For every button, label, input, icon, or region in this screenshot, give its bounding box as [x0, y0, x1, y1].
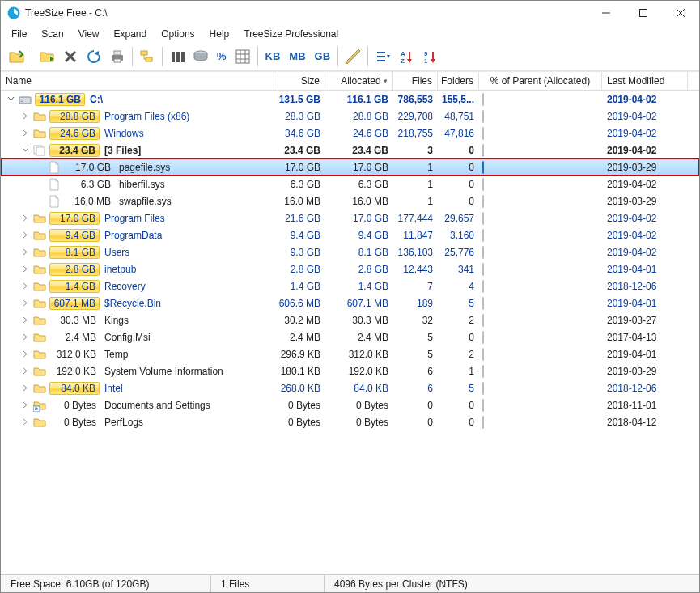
window-controls — [588, 1, 699, 25]
tree-row[interactable]: 8.1 GBUsers9.3 GB8.1 GB136,10325,7767.0 … — [1, 244, 699, 260]
list-options-button[interactable] — [371, 45, 394, 68]
name-cell[interactable]: 116.1 GBC:\ — [1, 91, 278, 108]
expand-toggle[interactable] — [20, 299, 30, 308]
tree-row[interactable]: 2.8 GBinetpub2.8 GB2.8 GB12,4433412.4 %2… — [1, 260, 699, 277]
name-cell[interactable]: 17.0 GBProgram Files — [1, 210, 278, 227]
tree-row[interactable]: 17.0 GBpagefile.sys17.0 GB17.0 GB1014.6 … — [1, 159, 699, 176]
unit-mb-button[interactable]: MB — [285, 45, 309, 68]
col-header-folders[interactable]: Folders — [438, 72, 479, 90]
name-cell[interactable]: 1.4 GBRecovery — [1, 277, 278, 294]
tree-row[interactable]: 9.4 GBProgramData9.4 GB9.4 GB11,8473,160… — [1, 227, 699, 244]
allocated-cell: 0 Bytes — [325, 396, 393, 413]
name-cell[interactable]: 24.6 GBWindows — [1, 125, 278, 142]
tree-row[interactable]: 0 BytesDocuments and Settings0 Bytes0 By… — [1, 396, 699, 413]
item-name: Config.Msi — [104, 332, 151, 343]
sort-az-button[interactable]: AZ — [395, 45, 418, 68]
tree-row[interactable]: 84.0 KBIntel268.0 KB84.0 KB650.0 %2018-1… — [1, 379, 699, 396]
unit-gb-button[interactable]: GB — [311, 45, 335, 68]
size-badge: 24.6 GB — [49, 127, 100, 140]
tree-row[interactable]: 23.4 GB[3 Files]23.4 GB23.4 GB3020.1 %20… — [1, 142, 699, 159]
expand-toggle[interactable] — [20, 333, 30, 342]
folder-tree-button[interactable] — [136, 45, 159, 68]
name-cell[interactable]: 2.8 GBinetpub — [1, 260, 278, 277]
expand-toggle[interactable] — [20, 248, 30, 257]
expand-toggle[interactable] — [20, 146, 30, 155]
expand-toggle[interactable] — [20, 265, 30, 274]
maximize-button[interactable] — [625, 1, 662, 25]
refresh-button[interactable] — [83, 45, 105, 68]
name-cell[interactable]: 16.0 MBswapfile.sys — [1, 193, 278, 210]
ruler-button[interactable] — [342, 45, 364, 68]
name-cell[interactable]: 312.0 KBTemp — [1, 345, 278, 362]
expand-toggle[interactable] — [6, 95, 15, 104]
name-cell[interactable]: 28.8 GBProgram Files (x86) — [1, 108, 278, 125]
sort-91-button[interactable]: 91 — [418, 45, 441, 68]
expand-toggle[interactable] — [20, 349, 30, 359]
tree-row[interactable]: 2.4 MBConfig.Msi2.4 MB2.4 MB500.0 %2017-… — [1, 328, 699, 345]
grid-icon-button[interactable] — [231, 45, 254, 68]
tree-row[interactable]: 1.4 GBRecovery1.4 GB1.4 GB741.2 %2018-12… — [1, 277, 699, 294]
col-header-size[interactable]: Size — [278, 72, 325, 90]
tree-row[interactable]: 16.0 MBswapfile.sys16.0 MB16.0 MB100.0 %… — [1, 193, 699, 210]
name-cell[interactable]: 0 BytesDocuments and Settings — [1, 396, 278, 413]
name-cell[interactable]: 23.4 GB[3 Files] — [1, 142, 278, 159]
expand-toggle[interactable] — [20, 400, 30, 410]
expand-toggle[interactable] — [20, 112, 30, 121]
name-cell[interactable]: 84.0 KBIntel — [1, 379, 278, 396]
expand-toggle[interactable] — [20, 316, 30, 325]
menu-expand[interactable]: Expand — [107, 27, 155, 41]
name-cell[interactable]: 2.4 MBConfig.Msi — [1, 328, 278, 345]
col-header-modified[interactable]: Last Modified — [602, 72, 688, 90]
name-cell[interactable]: 17.0 GBpagefile.sys — [1, 159, 278, 176]
expand-toggle[interactable] — [20, 383, 30, 393]
folder-play-button[interactable] — [36, 45, 58, 68]
size-badge: 16.0 MB — [64, 195, 114, 208]
name-cell[interactable]: 6.3 GBhiberfil.sys — [1, 176, 278, 193]
col-header-pct[interactable]: % of Parent (Allocated) — [479, 72, 602, 90]
open-folder-button[interactable] — [6, 45, 28, 68]
tree-row[interactable]: 30.3 MBKings30.2 MB30.3 MB3220.0 %2019-0… — [1, 311, 699, 328]
tree-row[interactable]: 17.0 GBProgram Files21.6 GB17.0 GB177,44… — [1, 210, 699, 227]
tree-row[interactable]: 312.0 KBTemp296.9 KB312.0 KB520.0 %2019-… — [1, 345, 699, 362]
menu-help[interactable]: Help — [202, 27, 237, 41]
tree-grid[interactable]: 116.1 GBC:\131.5 GB116.1 GB786,553155,5.… — [1, 91, 699, 574]
menu-treesize-pro[interactable]: TreeSize Professional — [236, 27, 346, 41]
name-cell[interactable]: 8.1 GBUsers — [1, 244, 278, 260]
name-cell[interactable]: 192.0 KBSystem Volume Information — [1, 362, 278, 379]
expand-toggle[interactable] — [20, 417, 30, 427]
percent-button[interactable]: % — [213, 45, 231, 68]
tree-row[interactable]: 24.6 GBWindows34.6 GB24.6 GB218,75547,81… — [1, 125, 699, 142]
menu-scan[interactable]: Scan — [34, 27, 70, 41]
tree-row[interactable]: 6.3 GBhiberfil.sys6.3 GB6.3 GB105.5 %201… — [1, 176, 699, 193]
tree-row[interactable]: 116.1 GBC:\131.5 GB116.1 GB786,553155,5.… — [1, 91, 699, 108]
expand-toggle[interactable] — [20, 231, 30, 240]
col-header-files[interactable]: Files — [393, 72, 438, 90]
expand-toggle[interactable] — [20, 282, 30, 291]
expand-toggle[interactable] — [20, 129, 30, 138]
delete-button[interactable] — [59, 45, 82, 68]
minimize-button[interactable] — [588, 1, 625, 25]
allocated-cell: 0 Bytes — [325, 413, 393, 430]
name-cell[interactable]: 0 BytesPerfLogs — [1, 413, 278, 430]
tree-row[interactable]: 607.1 MB$Recycle.Bin606.6 MB607.1 MB1895… — [1, 294, 699, 311]
expand-toggle[interactable] — [20, 366, 30, 376]
col-header-allocated[interactable]: Allocated ▾ — [325, 72, 393, 90]
menu-file[interactable]: File — [4, 27, 34, 41]
tree-row[interactable]: 192.0 KBSystem Volume Information180.1 K… — [1, 362, 699, 379]
size-badge: 312.0 KB — [49, 348, 100, 361]
name-cell[interactable]: 607.1 MB$Recycle.Bin — [1, 294, 278, 311]
col-header-name[interactable]: Name — [1, 72, 278, 90]
menu-options[interactable]: Options — [154, 27, 202, 41]
menu-view[interactable]: View — [71, 27, 107, 41]
close-button[interactable] — [662, 1, 699, 25]
name-cell[interactable]: 30.3 MBKings — [1, 311, 278, 328]
unit-kb-button[interactable]: KB — [261, 45, 285, 68]
print-button[interactable] — [106, 45, 129, 68]
name-cell[interactable]: 9.4 GBProgramData — [1, 227, 278, 244]
modified-cell: 2019-04-02 — [602, 125, 688, 142]
tree-row[interactable]: 28.8 GBProgram Files (x86)28.3 GB28.8 GB… — [1, 108, 699, 125]
chart-columns-button[interactable] — [166, 45, 189, 68]
drive-button[interactable] — [189, 45, 212, 68]
expand-toggle[interactable] — [20, 214, 30, 223]
tree-row[interactable]: 0 BytesPerfLogs0 Bytes0 Bytes000.0 %2018… — [1, 413, 699, 430]
